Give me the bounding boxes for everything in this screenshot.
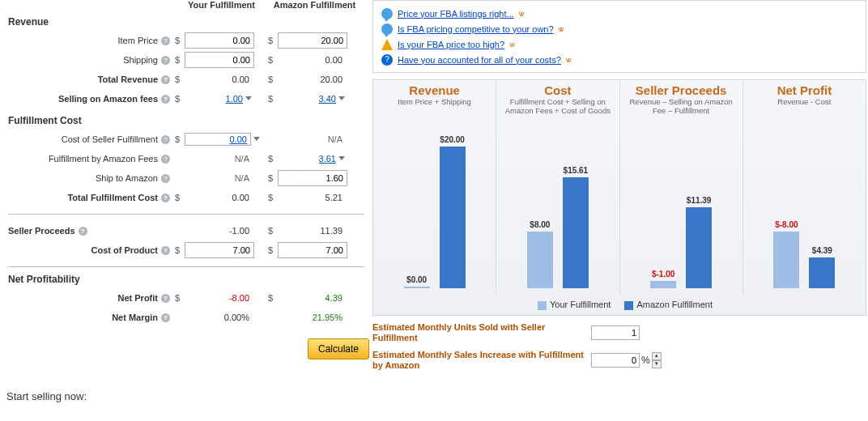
chevron-down-icon[interactable] — [245, 95, 253, 103]
spinner-up-icon: ▲ — [652, 352, 662, 360]
tips-panel: Price your FBA listings right...vv Is FB… — [372, 0, 866, 73]
label-fba-fees: Fulfillment by Amazon Fees — [49, 154, 158, 164]
help-icon[interactable]: ? — [161, 75, 170, 84]
label-cost-product: Cost of Product — [91, 245, 159, 255]
help-icon[interactable]: ? — [161, 193, 170, 202]
label-cost-seller-fulfillment: Cost of Seller Fulfillment — [62, 134, 158, 144]
val-af-seller-proceeds: 11.39 — [278, 226, 347, 236]
help-icon[interactable]: ? — [161, 95, 170, 104]
chevron-down-icon[interactable] — [253, 135, 262, 143]
chart-title: Seller Proceeds — [620, 83, 742, 97]
chart-bar: $-1.00 — [650, 281, 676, 288]
link-yf-cost-seller-fulfillment[interactable]: 0.00 — [185, 133, 251, 146]
expand-icon[interactable]: vv — [559, 25, 563, 33]
chevron-down-icon[interactable] — [338, 95, 347, 103]
help-icon[interactable]: ? — [161, 174, 170, 183]
help-icon[interactable]: ? — [161, 36, 170, 45]
expand-icon[interactable]: vv — [509, 40, 513, 49]
link-af-fba-fees[interactable]: 3.61 — [278, 154, 336, 164]
val-yf-seller-proceeds: -1.00 — [185, 226, 254, 236]
calculator-table: Your Fulfillment Amazon Fulfillment Reve… — [8, 0, 372, 371]
section-profitability: Net Profitability — [8, 274, 364, 285]
help-icon[interactable]: ? — [79, 227, 87, 236]
speech-bubble-icon — [381, 23, 393, 35]
label-total-revenue: Total Revenue — [98, 74, 158, 84]
link-af-selling-fees[interactable]: 3.40 — [278, 94, 336, 104]
label-selling-fees: Selling on Amazon fees — [58, 94, 158, 104]
input-est-increase[interactable] — [591, 353, 640, 368]
label-est-units: Estimated Monthly Units Sold with Seller… — [372, 322, 591, 343]
input-af-cost-product[interactable] — [278, 242, 347, 258]
chart-title: Net Profit — [743, 83, 866, 97]
link-yf-selling-fees[interactable]: 1.00 — [185, 94, 243, 104]
section-revenue: Revenue — [8, 16, 364, 28]
tip-link[interactable]: Have you accounted for all of your costs… — [398, 55, 561, 65]
val-yf-net-margin: 0.00% — [185, 313, 254, 322]
tip-link[interactable]: Is your FBA price too high? — [398, 40, 504, 49]
legend-swatch-yf — [538, 301, 547, 310]
val-yf-net-profit: -8.00 — [185, 293, 254, 303]
spinner-down-icon: ▼ — [652, 360, 662, 368]
label-ship-to-amazon: Ship to Amazon — [96, 173, 158, 183]
chart-subtitle: Revenue - Cost — [743, 97, 866, 115]
val-yf-ship-amazon: N/A — [185, 173, 254, 183]
chart-subtitle: Item Price + Shipping — [373, 97, 496, 115]
spinner[interactable]: ▲▼ — [652, 352, 662, 368]
val-af-cost-seller-fulfillment: N/A — [278, 134, 347, 144]
val-yf-total-revenue: 0.00 — [185, 74, 254, 84]
start-selling-text: Start selling now: — [6, 390, 868, 402]
input-yf-shipping[interactable] — [185, 52, 254, 68]
label-est-increase: Estimated Monthly Sales Increase with Fu… — [372, 350, 591, 371]
input-af-ship-amazon[interactable] — [278, 170, 347, 186]
tip-link[interactable]: Price your FBA listings right... — [398, 9, 514, 19]
label-total-fulfillment: Total Fulfillment Cost — [67, 193, 158, 202]
val-af-total-revenue: 20.00 — [278, 74, 347, 84]
warning-icon — [381, 39, 393, 50]
chart-bar: $-8.00 — [773, 232, 799, 288]
label-shipping: Shipping — [123, 55, 158, 65]
input-yf-cost-product[interactable] — [185, 242, 254, 258]
help-icon[interactable]: ? — [161, 313, 170, 322]
question-icon — [381, 54, 393, 66]
label-net-profit: Net Profit — [118, 293, 159, 303]
expand-icon[interactable]: vv — [566, 56, 570, 64]
chart-panel: RevenueItem Price + Shipping$0.00$20.00C… — [372, 79, 866, 316]
help-icon[interactable]: ? — [161, 246, 170, 255]
label-net-margin: Net Margin — [112, 313, 158, 322]
chart-subtitle: Revenue – Selling on Amazon Fee – Fulfil… — [620, 97, 742, 115]
speech-bubble-icon — [381, 8, 393, 19]
help-icon[interactable]: ? — [161, 155, 170, 164]
chart-subtitle: Fulfillment Cost + Selling on Amazon Fee… — [496, 97, 619, 115]
chart-title: Revenue — [373, 83, 496, 97]
expand-icon[interactable]: vv — [519, 10, 523, 18]
chart-title: Cost — [496, 83, 619, 97]
help-icon[interactable]: ? — [161, 294, 170, 303]
val-af-net-margin: 21.95% — [278, 313, 347, 322]
tip-link[interactable]: Is FBA pricing competitive to your own? — [398, 24, 554, 34]
label-item-price: Item Price — [117, 36, 158, 45]
input-af-item-price[interactable] — [278, 32, 347, 49]
chart-bar: $15.61 — [563, 177, 589, 288]
col-header-af: Amazon Fulfillment — [268, 0, 361, 10]
chart-bar: $20.00 — [440, 147, 466, 288]
input-est-units[interactable] — [591, 325, 640, 340]
input-yf-item-price[interactable] — [185, 32, 254, 49]
col-header-yf: Your Fulfillment — [175, 0, 268, 10]
section-fulfillment: Fulfillment Cost — [8, 115, 364, 126]
val-af-total-fulfillment: 5.21 — [278, 193, 347, 202]
val-yf-total-fulfillment: 0.00 — [185, 193, 254, 202]
chart-bar: $11.39 — [686, 207, 712, 288]
chart-bar: $8.00 — [527, 232, 553, 288]
chart-bar: $4.39 — [809, 257, 835, 288]
calculate-button[interactable]: Calculate — [308, 338, 369, 359]
chevron-down-icon[interactable] — [338, 155, 347, 163]
label-seller-proceeds: Seller Proceeds — [8, 226, 75, 236]
val-af-shipping: 0.00 — [278, 55, 347, 65]
chart-bar: $0.00 — [404, 287, 430, 288]
chart-legend: Your Fulfillment Amazon Fulfillment — [373, 295, 866, 315]
val-af-net-profit: 4.39 — [278, 293, 347, 303]
help-icon[interactable]: ? — [161, 56, 170, 65]
val-yf-fba-fees: N/A — [185, 154, 254, 164]
help-icon[interactable]: ? — [161, 135, 170, 144]
legend-swatch-af — [624, 301, 633, 310]
